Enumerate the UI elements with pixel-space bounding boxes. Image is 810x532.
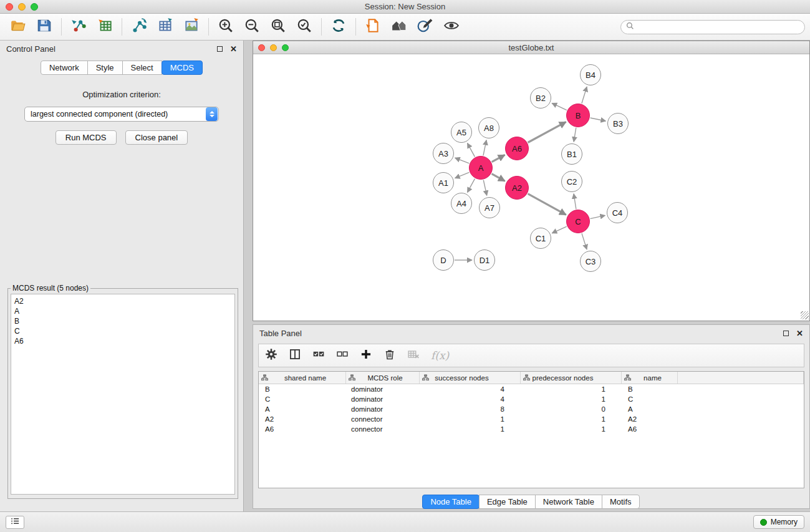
graph-node-A6[interactable]: A6 (505, 137, 529, 160)
table-row[interactable]: Adominator80A (259, 404, 804, 414)
new-table-button[interactable] (152, 16, 178, 38)
graph-node-D[interactable]: D (433, 249, 454, 271)
float-panel-icon[interactable] (217, 46, 223, 52)
table-row[interactable]: A2connector11A2 (259, 414, 804, 424)
tab-network-table[interactable]: Network Table (535, 495, 602, 509)
table-float-panel-icon[interactable] (783, 331, 789, 336)
column-header[interactable]: successor nodes (420, 372, 521, 384)
graph-edge[interactable] (468, 179, 475, 193)
zoom-out-button[interactable] (239, 16, 265, 38)
graph-edge[interactable] (492, 174, 505, 181)
column-header[interactable]: MCDS role (346, 372, 420, 384)
graph-node-A3[interactable]: A3 (433, 143, 454, 164)
tab-style[interactable]: Style (87, 60, 123, 75)
graph-node-B1[interactable]: B1 (561, 143, 582, 165)
delete-column-button[interactable] (383, 348, 396, 363)
tab-edge-table[interactable]: Edge Table (479, 495, 536, 509)
graph-node-A2[interactable]: A2 (505, 176, 529, 200)
graph-node-C1[interactable]: C1 (530, 228, 551, 249)
graph-node-A8[interactable]: A8 (478, 117, 499, 138)
table-row[interactable]: A6connector11A6 (259, 424, 804, 434)
save-session-button[interactable] (31, 16, 57, 38)
network-canvas[interactable]: B4B2BB3A8A5A6A3B1AC2A1A2A4A7C4CC1DD1C3 (253, 54, 809, 320)
graph-edge[interactable] (582, 233, 587, 249)
table-row[interactable]: Bdominator41B (259, 384, 804, 394)
resize-handle[interactable] (801, 311, 809, 319)
graph-node-C4[interactable]: C4 (607, 202, 628, 223)
delete-table-button[interactable] (407, 348, 420, 363)
graph-edge[interactable] (552, 226, 567, 233)
control-panel-title: Control Panel (6, 44, 55, 54)
new-network-button[interactable] (126, 16, 152, 38)
graph-edge[interactable] (455, 172, 470, 178)
graph-edge[interactable] (528, 122, 566, 142)
select-all-button[interactable] (312, 348, 325, 363)
graph-edge[interactable] (483, 180, 486, 196)
show-hide-button[interactable] (438, 16, 465, 38)
graph-node-C2[interactable]: C2 (561, 171, 582, 192)
tab-network[interactable]: Network (41, 60, 88, 75)
graph-edge[interactable] (528, 194, 566, 215)
graph-edge[interactable] (582, 87, 587, 104)
add-column-button[interactable] (360, 348, 372, 363)
graph-edge[interactable] (455, 158, 470, 163)
node-table[interactable]: shared nameMCDS rolesuccessor nodesprede… (258, 371, 804, 488)
graph-node-A5[interactable]: A5 (451, 122, 472, 143)
graph-node-C3[interactable]: C3 (580, 251, 601, 272)
graph-edge[interactable] (574, 128, 576, 142)
annotation-button[interactable] (412, 16, 438, 38)
search-input[interactable] (637, 22, 799, 31)
zoom-in-button[interactable] (213, 16, 239, 38)
refresh-view-button[interactable] (325, 16, 352, 38)
graph-node-B[interactable]: B (566, 104, 590, 127)
column-header[interactable]: predecessor nodes (521, 372, 622, 384)
tab-node-table[interactable]: Node Table (422, 495, 480, 509)
open-session-button[interactable] (5, 16, 31, 38)
graph-node-D1[interactable]: D1 (474, 249, 495, 271)
graph-node-A7[interactable]: A7 (479, 197, 500, 218)
show-columns-button[interactable] (289, 348, 301, 363)
graph-node-B3[interactable]: B3 (607, 113, 629, 134)
table-row[interactable]: Cdominator41C (259, 394, 804, 404)
network-window-titlebar[interactable]: testGlobe.txt (253, 41, 809, 54)
tab-mcds[interactable]: MCDS (162, 60, 203, 75)
memory-button[interactable]: Memory (753, 515, 804, 529)
graph-edge[interactable] (591, 118, 606, 121)
zoom-selected-button[interactable] (291, 16, 317, 38)
tab-select[interactable]: Select (122, 60, 162, 75)
graph-edge[interactable] (574, 194, 576, 209)
column-header[interactable]: name (622, 372, 678, 384)
deselect-all-button[interactable] (336, 348, 349, 363)
table-close-panel-icon[interactable]: ✕ (796, 329, 803, 337)
graph-node-C[interactable]: C (566, 210, 590, 233)
graph-edge[interactable] (492, 155, 505, 162)
home-button[interactable] (386, 16, 412, 38)
graph-node-B2[interactable]: B2 (530, 87, 551, 109)
close-panel-button[interactable]: Close panel (125, 130, 188, 145)
graph-edge[interactable] (483, 140, 486, 156)
show-panels-button[interactable] (6, 516, 24, 529)
export-document-button[interactable] (360, 16, 386, 38)
deselect-all-icon (336, 348, 349, 363)
import-network-button[interactable] (65, 16, 92, 38)
run-mcds-button[interactable]: Run MCDS (55, 130, 117, 145)
graph-edge[interactable] (468, 143, 475, 157)
tab-motifs[interactable]: Motifs (602, 495, 640, 509)
optimization-criterion-dropdown[interactable]: largest connected component (directed) (24, 107, 219, 122)
graph-node-A1[interactable]: A1 (433, 172, 454, 193)
graph-node-A[interactable]: A (469, 156, 493, 180)
graph-node-A4[interactable]: A4 (451, 193, 472, 214)
import-table-button[interactable] (92, 16, 118, 38)
column-header[interactable]: shared name (259, 372, 346, 384)
close-panel-icon[interactable]: ✕ (230, 45, 237, 53)
zoom-fit-button[interactable] (265, 16, 291, 38)
function-builder-button[interactable]: f(x) (431, 349, 449, 362)
graph-node-B4[interactable]: B4 (580, 64, 601, 85)
table-settings-button[interactable] (265, 348, 277, 363)
mcds-result-list[interactable]: A2ABCA6 (11, 294, 235, 495)
graph-edge[interactable] (552, 103, 567, 110)
app-titlebar[interactable]: Session: New Session (0, 0, 810, 14)
toolbar-search[interactable] (620, 20, 805, 34)
graph-edge[interactable] (591, 215, 605, 218)
export-image-button[interactable] (178, 16, 205, 38)
